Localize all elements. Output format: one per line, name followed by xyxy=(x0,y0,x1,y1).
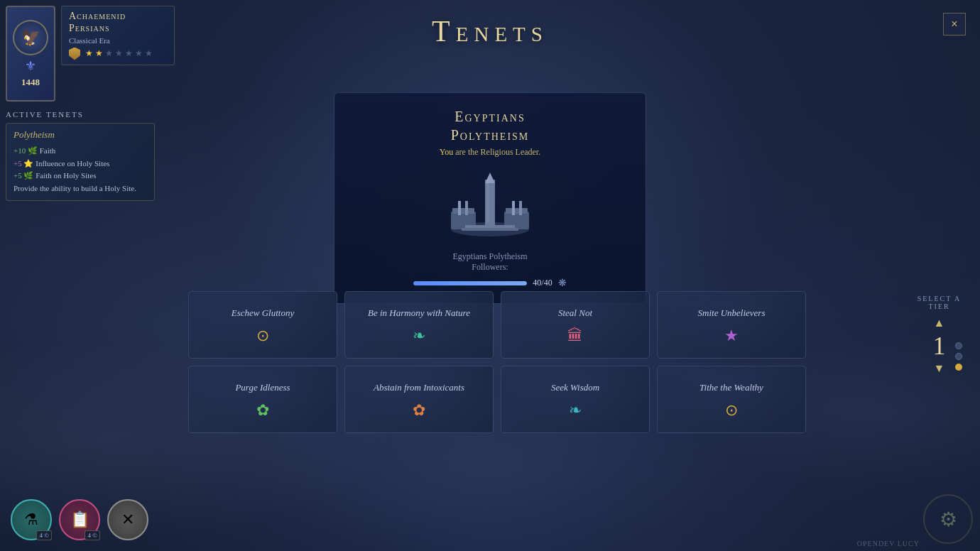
tier-dot-1 xyxy=(955,342,962,349)
star-filled-2: ★ xyxy=(95,48,103,59)
bonus-faith: +10 🌿 Faith xyxy=(13,145,147,158)
tenet-card-purge-idleness[interactable]: Purge Idleness ✿ xyxy=(188,366,337,433)
flask-badge: 4 © xyxy=(36,530,52,540)
tenet-card-seek-wisdom[interactable]: Seek Wisdom ❧ xyxy=(501,366,650,433)
scroll-badge: 4 © xyxy=(85,530,100,540)
tenet-icon-purge-idleness: ✿ xyxy=(256,401,269,420)
flask-icon: ⚗ xyxy=(24,511,38,529)
religion-leader: You are the Religious Leader. xyxy=(349,147,631,158)
tier-number: 1 xyxy=(933,333,946,359)
civ-emblem: 🦅 xyxy=(13,20,48,55)
civ-info: AchaemenidPersians Classical Era ★ ★ ★ ★… xyxy=(61,6,175,65)
tenet-icon-steal-not: 🏛 xyxy=(567,327,583,345)
close-button[interactable]: × xyxy=(943,13,966,36)
svg-rect-11 xyxy=(519,201,522,215)
tenet-name-harmony-nature: Be in Harmony with Nature xyxy=(368,307,470,320)
bottom-right-decoration: ⚙ xyxy=(923,494,973,544)
bonus-faith-sites: +5 🌿 Faith on Holy Sites xyxy=(13,170,147,182)
star-empty-5: ★ xyxy=(145,48,153,59)
star-empty-1: ★ xyxy=(105,48,113,59)
tenet-icon-seek-wisdom: ❧ xyxy=(569,401,582,420)
tier-selector: Select a Tier ▲ 1 ▼ xyxy=(909,295,969,374)
bonus-build: Provide the ability to build a Holy Site… xyxy=(13,182,147,195)
svg-rect-4 xyxy=(506,208,528,214)
close-circle-icon: ✕ xyxy=(121,511,134,529)
tenet-name-eschew-gluttony: Eschew Gluttony xyxy=(232,307,294,320)
tier-up-button[interactable]: ▲ xyxy=(934,317,945,329)
watermark: OPENDEV LUCY xyxy=(857,540,920,547)
tenet-name-steal-not: Steal Not xyxy=(558,307,592,320)
tenet-card-steal-not[interactable]: Steal Not 🏛 xyxy=(501,291,650,359)
tier-down-button[interactable]: ▼ xyxy=(934,363,945,374)
svg-rect-8 xyxy=(458,201,461,215)
tenet-name-abstain-intoxicants: Abstain from Intoxicants xyxy=(374,382,464,394)
tenet-icon-eschew-gluttony: ⊙ xyxy=(256,327,269,345)
tenet-icon-harmony-nature: ❧ xyxy=(413,327,425,345)
religion-name: Egyptians Polytheism xyxy=(349,107,631,144)
followers-bar xyxy=(413,281,527,285)
followers-count: 40/40 xyxy=(533,278,552,288)
active-tenet-bonuses: +10 🌿 Faith +5 ⭐ Influence on Holy Sites… xyxy=(13,145,147,195)
tier-dot-2 xyxy=(955,353,962,360)
civ-icon: 🦅 ⚜ 1448 xyxy=(6,6,55,102)
deco-inner: ⚙ xyxy=(923,494,973,544)
tenet-name-purge-idleness: Purge Idleness xyxy=(235,382,290,394)
shield-icon xyxy=(69,48,80,60)
bottom-buttons: ⚗ 4 © 📋 4 © ✕ xyxy=(11,499,148,540)
star-empty-2: ★ xyxy=(115,48,123,59)
tenet-card-harmony-nature[interactable]: Be in Harmony with Nature ❧ xyxy=(344,291,494,359)
active-tenet-name: Polytheism xyxy=(13,129,147,141)
tenet-name-seek-wisdom: Seek Wisdom xyxy=(551,382,599,394)
tier-dots xyxy=(955,342,962,371)
tenet-name-tithe-wealthy: Tithe the Wealthy xyxy=(699,382,763,394)
action-button-flask[interactable]: ⚗ 4 © xyxy=(11,499,52,540)
active-tenets-panel: Active Tenets Polytheism +10 🌿 Faith +5 … xyxy=(6,110,155,201)
scroll-icon: 📋 xyxy=(70,511,89,529)
page-title: Tenets xyxy=(432,14,548,48)
followers-bar-fill xyxy=(413,281,527,285)
star-empty-3: ★ xyxy=(125,48,133,59)
tenets-grid: Eschew Gluttony ⊙ Be in Harmony with Nat… xyxy=(188,291,806,433)
svg-rect-13 xyxy=(465,225,515,228)
monument-svg xyxy=(444,169,536,240)
tenet-icon-abstain-intoxicants: ✿ xyxy=(413,401,425,420)
svg-rect-9 xyxy=(465,201,468,215)
svg-rect-7 xyxy=(486,180,489,222)
tenet-icon-smite-unbelievers: ★ xyxy=(724,327,739,345)
followers-bar-wrap: 40/40 ❋ xyxy=(349,277,631,289)
tenet-card-eschew-gluttony[interactable]: Eschew Gluttony ⊙ xyxy=(188,291,337,359)
svg-rect-12 xyxy=(462,228,518,231)
civ-era: Classical Era xyxy=(69,36,167,45)
civ-name: AchaemenidPersians xyxy=(69,11,167,35)
svg-rect-10 xyxy=(512,201,515,215)
tenet-icon-tithe-wealthy: ⊙ xyxy=(725,401,738,420)
civ-stars: ★ ★ ★ ★ ★ ★ ★ xyxy=(69,48,167,60)
tier-dot-3 xyxy=(955,364,962,371)
active-tenets-label: Active Tenets xyxy=(6,110,155,119)
religion-followers-label: Egyptians PolytheismFollowers: xyxy=(349,251,631,273)
religion-card: Egyptians Polytheism You are the Religio… xyxy=(334,92,646,304)
tenet-name-smite-unbelievers: Smite Unbelievers xyxy=(698,307,766,320)
star-empty-4: ★ xyxy=(135,48,143,59)
followers-icon: ❋ xyxy=(558,277,567,289)
faith-small-icon: ⚜ xyxy=(25,58,36,74)
action-button-scroll[interactable]: 📋 4 © xyxy=(59,499,100,540)
religion-monument xyxy=(444,169,536,240)
tenet-card-smite-unbelievers[interactable]: Smite Unbelievers ★ xyxy=(657,291,806,359)
bonus-influence: +5 ⭐ Influence on Holy Sites xyxy=(13,158,147,170)
tier-controls: ▲ 1 ▼ xyxy=(933,317,946,374)
active-tenet-card: Polytheism +10 🌿 Faith +5 ⭐ Influence on… xyxy=(6,123,155,201)
tenet-card-abstain-intoxicants[interactable]: Abstain from Intoxicants ✿ xyxy=(344,366,494,433)
civ-panel: 🦅 ⚜ 1448 AchaemenidPersians Classical Er… xyxy=(6,6,175,102)
star-filled-1: ★ xyxy=(85,48,93,59)
tier-selector-label: Select a Tier xyxy=(909,295,969,310)
action-button-close[interactable]: ✕ xyxy=(107,499,148,540)
svg-rect-2 xyxy=(452,208,474,214)
tenet-card-tithe-wealthy[interactable]: Tithe the Wealthy ⊙ xyxy=(657,366,806,433)
civ-year: 1448 xyxy=(21,77,40,88)
